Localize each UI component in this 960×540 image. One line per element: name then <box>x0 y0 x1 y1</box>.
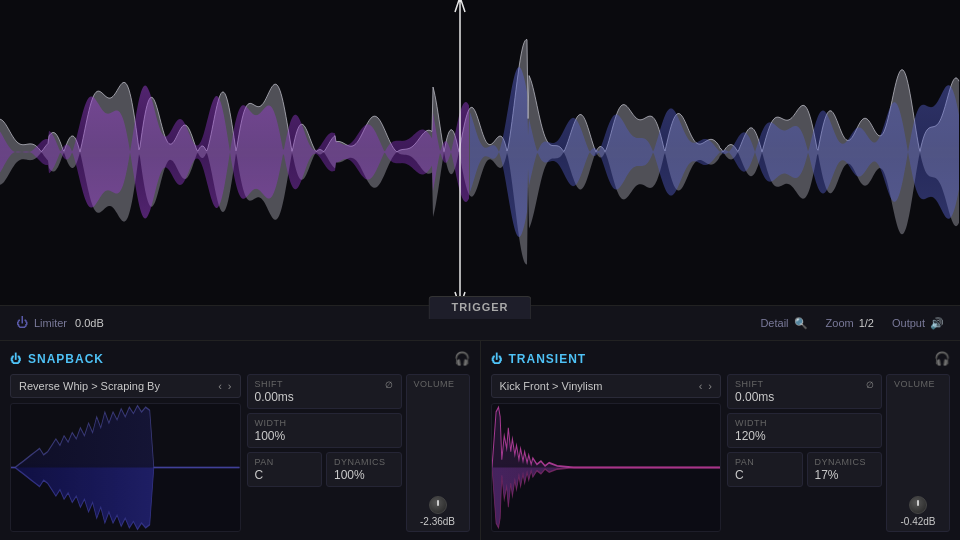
transient-title: TRANSIENT <box>509 352 587 366</box>
transient-knob-container: -0.42dB <box>900 496 935 527</box>
output-control: Output 🔊 <box>892 317 944 330</box>
snapback-shift-label: Shift ∅ <box>255 379 394 389</box>
transient-headphone-icon[interactable]: 🎧 <box>934 351 950 366</box>
transient-volume-label: Volume <box>894 379 935 389</box>
snapback-shift-value[interactable]: 0.00ms <box>255 390 394 404</box>
waveform-display <box>0 0 960 305</box>
transient-header: ⏻ TRANSIENT 🎧 <box>491 351 951 366</box>
transient-volume-knob[interactable] <box>909 496 927 514</box>
transient-left: Kick Front > Vinylism ‹ › <box>491 374 722 532</box>
transient-section: ⏻ TRANSIENT 🎧 Kick Front > Vinylism ‹ › <box>481 341 961 540</box>
transient-volume-box: Volume -0.42dB <box>886 374 950 532</box>
snapback-shift-row: Shift ∅ 0.00ms <box>247 374 402 409</box>
snapback-title-group: ⏻ SNAPBACK <box>10 352 104 366</box>
snapback-volume-value: -2.36dB <box>420 516 455 527</box>
transient-prev-arrow[interactable]: ‹ <box>699 380 703 392</box>
snapback-section: ⏻ SNAPBACK 🎧 Reverse Whip > Scraping By … <box>0 341 481 540</box>
snapback-dynamics-label: Dynamics <box>334 457 394 467</box>
snapback-waveform-svg <box>11 404 240 531</box>
snapback-knob-container: -2.36dB <box>420 496 455 527</box>
snapback-right: Shift ∅ 0.00ms Width 100% <box>247 374 470 532</box>
snapback-width-row: Width 100% <box>247 413 402 448</box>
transient-sample-name: Kick Front > Vinylism <box>500 380 699 392</box>
transient-volume-value: -0.42dB <box>900 516 935 527</box>
transient-width-box: Width 120% <box>727 413 882 448</box>
trigger-tab[interactable]: TRIGGER <box>428 296 531 319</box>
snapback-sample-name: Reverse Whip > Scraping By <box>19 380 218 392</box>
transient-title-group: ⏻ TRANSIENT <box>491 352 587 366</box>
zoom-value: 1/2 <box>859 317 874 329</box>
transient-sample-selector[interactable]: Kick Front > Vinylism ‹ › <box>491 374 722 398</box>
snapback-volume-label: Volume <box>414 379 455 389</box>
output-label: Output <box>892 317 925 329</box>
snapback-null-icon: ∅ <box>385 380 394 390</box>
toolbar: ⏻ Limiter 0.0dB TRIGGER Detail 🔍 Zoom 1/… <box>0 305 960 341</box>
transient-dynamics-value[interactable]: 17% <box>815 468 875 482</box>
power-icon: ⏻ <box>16 316 28 330</box>
transient-shift-box: Shift ∅ 0.00ms <box>727 374 882 409</box>
zoom-label: Zoom <box>826 317 854 329</box>
snapback-content: Reverse Whip > Scraping By ‹ › <box>10 374 470 532</box>
snapback-headphone-icon[interactable]: 🎧 <box>454 351 470 366</box>
snapback-header: ⏻ SNAPBACK 🎧 <box>10 351 470 366</box>
speaker-icon[interactable]: 🔊 <box>930 317 944 330</box>
snapback-next-arrow[interactable]: › <box>228 380 232 392</box>
snapback-width-value[interactable]: 100% <box>255 429 394 443</box>
search-icon[interactable]: 🔍 <box>794 317 808 330</box>
transient-controls: Shift ∅ 0.00ms Width 120% <box>727 374 882 532</box>
bottom-panel: ⏻ SNAPBACK 🎧 Reverse Whip > Scraping By … <box>0 341 960 540</box>
transient-next-arrow[interactable]: › <box>708 380 712 392</box>
transient-right: Shift ∅ 0.00ms Width 120% <box>727 374 950 532</box>
snapback-controls: Shift ∅ 0.00ms Width 100% <box>247 374 402 532</box>
snapback-bottom-row: Pan C Dynamics 100% <box>247 452 402 487</box>
toolbar-right: Detail 🔍 Zoom 1/2 Output 🔊 <box>760 317 944 330</box>
zoom-control: Zoom 1/2 <box>826 317 874 329</box>
snapback-shift-box: Shift ∅ 0.00ms <box>247 374 402 409</box>
trigger-tab-container: TRIGGER <box>428 296 531 319</box>
snapback-prev-arrow[interactable]: ‹ <box>218 380 222 392</box>
transient-dynamics-label: Dynamics <box>815 457 875 467</box>
detail-control: Detail 🔍 <box>760 317 807 330</box>
transient-bottom-row: Pan C Dynamics 17% <box>727 452 882 487</box>
snapback-dynamics-box: Dynamics 100% <box>326 452 402 487</box>
snapback-sample-selector[interactable]: Reverse Whip > Scraping By ‹ › <box>10 374 241 398</box>
limiter-label: Limiter <box>34 317 67 329</box>
toolbar-left: ⏻ Limiter 0.0dB <box>16 316 104 330</box>
snapback-nav-arrows: ‹ › <box>218 380 231 392</box>
transient-power-icon[interactable]: ⏻ <box>491 353 503 365</box>
limiter-value: 0.0dB <box>75 317 104 329</box>
transient-dynamics-box: Dynamics 17% <box>807 452 883 487</box>
transient-waveform-svg <box>492 404 721 531</box>
snapback-title: SNAPBACK <box>28 352 104 366</box>
snapback-volume-box: Volume -2.36dB <box>406 374 470 532</box>
transient-shift-label: Shift ∅ <box>735 379 874 389</box>
detail-label: Detail <box>760 317 788 329</box>
transient-width-label: Width <box>735 418 874 428</box>
transient-null-icon: ∅ <box>866 380 875 390</box>
transient-shift-value[interactable]: 0.00ms <box>735 390 874 404</box>
snapback-mini-waveform <box>10 403 241 532</box>
snapback-dynamics-value[interactable]: 100% <box>334 468 394 482</box>
transient-width-row: Width 120% <box>727 413 882 448</box>
snapback-width-label: Width <box>255 418 394 428</box>
snapback-power-icon[interactable]: ⏻ <box>10 353 22 365</box>
transient-content: Kick Front > Vinylism ‹ › <box>491 374 951 532</box>
transient-nav-arrows: ‹ › <box>699 380 712 392</box>
snapback-pan-label: Pan <box>255 457 315 467</box>
transient-width-value[interactable]: 120% <box>735 429 874 443</box>
waveform-canvas[interactable] <box>0 0 960 305</box>
transient-pan-box: Pan C <box>727 452 803 487</box>
transient-mini-waveform <box>491 403 722 532</box>
transient-shift-row: Shift ∅ 0.00ms <box>727 374 882 409</box>
transient-pan-label: Pan <box>735 457 795 467</box>
snapback-pan-value[interactable]: C <box>255 468 315 482</box>
snapback-pan-box: Pan C <box>247 452 323 487</box>
snapback-volume-knob[interactable] <box>429 496 447 514</box>
snapback-left: Reverse Whip > Scraping By ‹ › <box>10 374 241 532</box>
snapback-width-box: Width 100% <box>247 413 402 448</box>
transient-pan-value[interactable]: C <box>735 468 795 482</box>
